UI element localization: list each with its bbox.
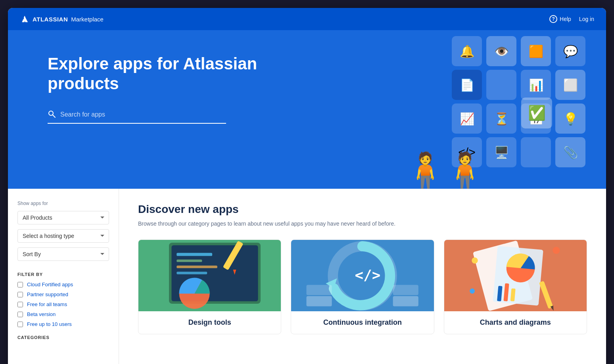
nav-bar: ATLASSIAN Marketplace ? Help Log in — [8, 8, 606, 30]
app-tile-6 — [486, 70, 516, 100]
svg-marker-27 — [550, 305, 555, 311]
continuous-integration-label: Continuous integration — [291, 311, 434, 334]
svg-line-1 — [53, 115, 55, 117]
app-tile-14: 🖥️ — [486, 137, 516, 167]
help-icon: ? — [549, 15, 557, 23]
charts-diagrams-image — [444, 240, 587, 311]
cloud-fortified-checkbox[interactable] — [17, 282, 23, 287]
app-grid: 🔔 👁️ 🟧 💬 📄 📊 ⬜ 📈 ⏳ 📅 💡 </> 🖥️ 📎 — [452, 36, 586, 167]
search-icon — [48, 110, 56, 120]
design-tools-card[interactable]: Design tools — [138, 239, 281, 334]
sort-by-dropdown[interactable]: Sort By — [17, 247, 109, 261]
main-content: Show apps for All Products Select a host… — [8, 189, 606, 364]
app-tile-4: 💬 — [555, 36, 585, 66]
figure-left: 🧍 — [403, 153, 447, 189]
app-tile-3: 🟧 — [521, 36, 551, 66]
hero-search-bar[interactable] — [48, 110, 226, 124]
atlassian-logo-icon — [20, 14, 29, 24]
hero-section: Explore apps for Atlassian products 🔔 👁 — [8, 30, 606, 189]
continuous-integration-image: </> — [291, 240, 434, 311]
hosting-type-dropdown[interactable]: Select a hosting type — [17, 229, 109, 243]
nav-logo[interactable]: ATLASSIAN Marketplace — [20, 14, 104, 24]
filter-free-10-users: Free up to 10 users — [17, 321, 109, 327]
content-area: Discover new apps Browse through our cat… — [119, 189, 606, 364]
show-apps-label: Show apps for — [17, 201, 109, 206]
ci-svg: </> — [291, 240, 434, 311]
svg-point-24 — [470, 288, 475, 293]
partner-supported-checkbox[interactable] — [17, 292, 23, 297]
partner-supported-link[interactable]: Partner supported — [27, 291, 68, 297]
brand-atlassian: ATLASSIAN — [33, 16, 68, 23]
svg-rect-6 — [177, 265, 217, 268]
figure-right: 🧍 — [443, 153, 487, 189]
charts-diagrams-label: Charts and diagrams — [444, 311, 587, 334]
svg-rect-26 — [539, 281, 553, 309]
app-tile-1: 🔔 — [452, 36, 482, 66]
login-button[interactable]: Log in — [579, 16, 594, 22]
beta-version-checkbox[interactable] — [17, 312, 23, 317]
browser-frame: ATLASSIAN Marketplace ? Help Log in Expl… — [8, 8, 606, 364]
free-10-users-link[interactable]: Free up to 10 users — [27, 321, 72, 327]
design-tools-image — [138, 240, 281, 311]
cloud-fortified-link[interactable]: Cloud Fortified apps — [27, 282, 73, 287]
filter-beta-version: Beta version — [17, 311, 109, 317]
charts-svg — [444, 240, 587, 311]
help-link[interactable]: ? Help — [549, 15, 571, 23]
charts-diagrams-card[interactable]: Charts and diagrams — [444, 239, 587, 334]
discover-title: Discover new apps — [138, 203, 587, 216]
filter-partner-supported: Partner supported — [17, 291, 109, 297]
app-tile-10: ⏳ — [486, 103, 516, 134]
svg-rect-7 — [177, 272, 207, 274]
svg-rect-4 — [177, 253, 212, 256]
app-tile-5: 📄 — [452, 70, 482, 100]
brand-marketplace: Marketplace — [71, 16, 104, 23]
svg-rect-16 — [393, 285, 418, 295]
free-all-teams-link[interactable]: Free for all teams — [27, 301, 67, 307]
app-tile-16: 📎 — [555, 137, 585, 167]
category-cards: Design tools </> — [138, 239, 587, 334]
help-label: Help — [560, 16, 571, 22]
app-tile-15 — [521, 137, 551, 167]
sidebar: Show apps for All Products Select a host… — [8, 189, 119, 364]
discover-subtitle: Browse through our category pages to lea… — [138, 220, 587, 227]
app-tile-7: 📊 — [521, 70, 551, 100]
check-tile: ✅ — [521, 98, 552, 128]
svg-rect-13 — [307, 296, 332, 306]
svg-rect-15 — [393, 296, 418, 306]
design-tools-svg — [138, 240, 281, 311]
free-10-users-checkbox[interactable] — [17, 322, 23, 327]
svg-point-23 — [472, 257, 478, 263]
free-all-teams-checkbox[interactable] — [17, 302, 23, 307]
svg-text:</>: </> — [355, 266, 381, 283]
design-tools-label: Design tools — [138, 311, 281, 334]
svg-point-25 — [553, 247, 560, 254]
filter-cloud-fortified: Cloud Fortified apps — [17, 282, 109, 287]
continuous-integration-card[interactable]: </> Continuous integration — [291, 239, 434, 334]
app-tile-8: ⬜ — [555, 70, 585, 100]
svg-rect-5 — [177, 259, 202, 262]
nav-right: ? Help Log in — [549, 15, 594, 23]
beta-version-link[interactable]: Beta version — [27, 311, 56, 317]
filter-free-all-teams: Free for all teams — [17, 301, 109, 307]
hero-illustration: 🔔 👁️ 🟧 💬 📄 📊 ⬜ 📈 ⏳ 📅 💡 </> 🖥️ 📎 — [277, 30, 606, 189]
filter-by-label: FILTER BY — [17, 272, 109, 277]
categories-label: CATEGORIES — [17, 335, 109, 340]
all-products-dropdown[interactable]: All Products — [17, 211, 109, 224]
svg-rect-14 — [307, 285, 332, 295]
app-tile-12: 💡 — [555, 103, 585, 134]
app-tile-9: 📈 — [452, 103, 482, 134]
search-input[interactable] — [60, 111, 226, 118]
app-tile-2: 👁️ — [486, 36, 516, 66]
